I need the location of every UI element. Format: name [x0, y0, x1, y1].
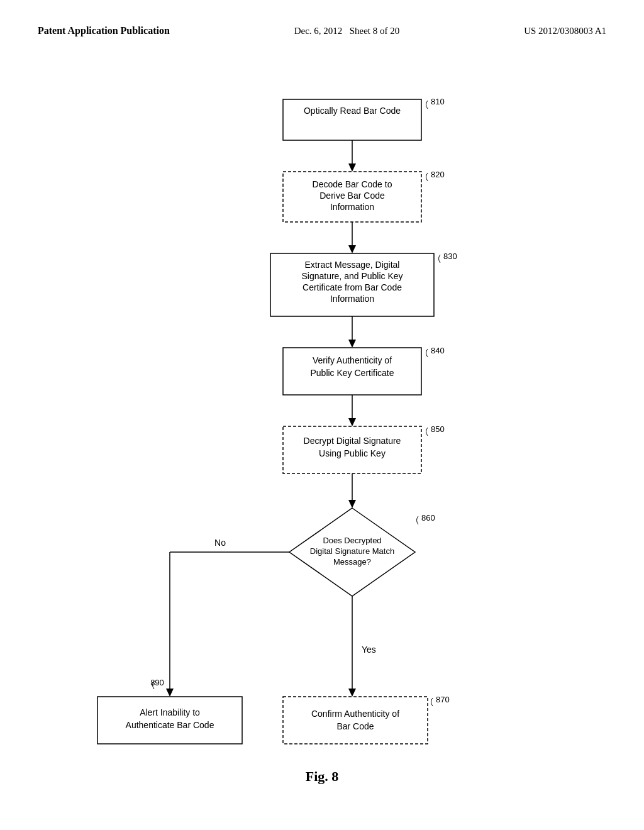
node-870-box	[283, 697, 428, 744]
node-870-ref: 870	[436, 695, 450, 704]
figure-label: Fig. 8	[306, 768, 339, 785]
arrow-860-yes-head	[348, 689, 356, 697]
sheet: Sheet 8 of 20	[350, 26, 400, 36]
publication-label: Patent Application Publication	[38, 25, 170, 36]
node-860-label-3: Message?	[333, 557, 371, 567]
arrow-860-no-head	[166, 689, 174, 697]
node-850-ref: 850	[431, 424, 445, 434]
node-840-label-1: Verify Authenticity of	[313, 355, 392, 365]
node-860-label-1: Does Decrypted	[323, 536, 381, 545]
node-830-ref: 830	[443, 252, 457, 261]
node-820-label-2: Derive Bar Code	[319, 191, 385, 201]
node-840-ref: 840	[431, 346, 445, 355]
label-yes: Yes	[362, 645, 376, 655]
label-no: No	[214, 538, 226, 548]
page-header: Patent Application Publication Dec. 6, 2…	[0, 0, 644, 49]
node-830-label-1: Extract Message, Digital	[305, 260, 400, 270]
node-860-ref: 860	[421, 513, 435, 523]
node-860-ref-curve	[417, 516, 419, 524]
arrow-830-840-head	[348, 340, 356, 348]
date-sheet: Dec. 6, 2012 Sheet 8 of 20	[294, 26, 399, 36]
node-870-label-2: Bar Code	[336, 721, 374, 731]
node-850-ref-curve	[426, 428, 428, 436]
node-820-ref-curve	[426, 173, 428, 181]
node-810-label: Optically Read Bar Code	[304, 106, 401, 116]
node-840-label-2: Public Key Certificate	[310, 368, 394, 378]
node-810-ref-curve	[426, 101, 428, 109]
node-830-label-3: Certificate from Bar Code	[303, 282, 402, 292]
node-870-label-1: Confirm Authenticity of	[311, 709, 399, 719]
arrow-820-830-head	[348, 245, 356, 253]
arrow-850-860-head	[348, 500, 356, 508]
node-830-label-2: Signature, and Public Key	[301, 271, 402, 281]
node-850-label-1: Decrypt Digital Signature	[304, 436, 401, 446]
arrow-810-820-head	[348, 163, 356, 172]
arrow-840-850-head	[348, 418, 356, 426]
date: Dec. 6, 2012	[294, 26, 343, 36]
flowchart-svg: Optically Read Bar Code 810 Decode Bar C…	[0, 49, 644, 804]
node-830-ref-curve	[439, 255, 441, 263]
node-890-label-1: Alert Inability to	[140, 707, 200, 717]
node-850-label-2: Using Public Key	[319, 448, 386, 458]
node-810-ref: 810	[431, 97, 445, 106]
node-870-ref-curve	[431, 698, 433, 706]
flowchart-diagram: Optically Read Bar Code 810 Decode Bar C…	[0, 49, 644, 804]
node-820-label-1: Decode Bar Code to	[313, 179, 392, 189]
node-840-ref-curve	[426, 349, 428, 357]
node-820-label-3: Information	[330, 202, 374, 212]
node-860-label-2: Digital Signature Match	[310, 546, 394, 556]
node-820-ref: 820	[431, 170, 445, 179]
patent-number: US 2012/0308003 A1	[524, 26, 606, 36]
node-830-label-4: Information	[330, 294, 374, 304]
node-890-label-2: Authenticate Bar Code	[126, 720, 214, 730]
